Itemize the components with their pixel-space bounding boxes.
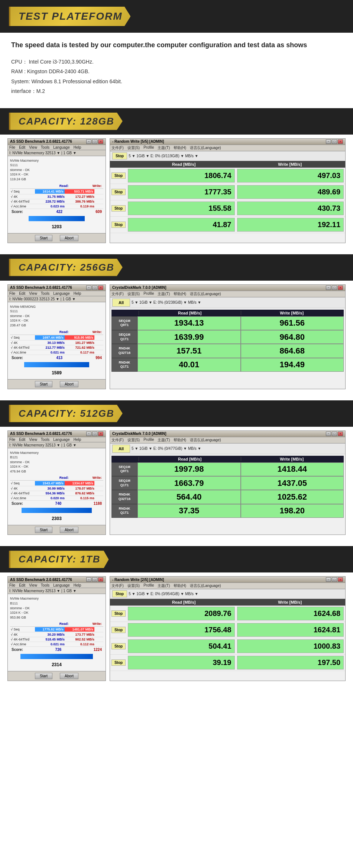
as-ssd-menu-help[interactable]: Help [74, 145, 81, 149]
rw-128gb-close-btn[interactable]: × [338, 139, 343, 144]
as-ssd-maximize-btn[interactable]: □ [92, 139, 97, 144]
as-ssd-1tb-abort-btn[interactable]: Abort [60, 673, 78, 679]
rw-128gb-top-stop-btn[interactable]: Stop [112, 152, 127, 159]
as-ssd-menu-language[interactable]: Language [53, 145, 70, 149]
crystal-512gb-maximize-btn[interactable]: □ [332, 432, 337, 436]
as-ssd-256gb-menu-help[interactable]: Help [74, 291, 81, 296]
crystal-256gb-all-btn[interactable]: All [112, 299, 130, 307]
as-ssd-512gb-menu-view[interactable]: View [29, 438, 37, 442]
as-ssd-256gb-start-btn[interactable]: Start [35, 381, 52, 387]
rw-1tb-stop-btn-1[interactable]: Stop [111, 610, 126, 617]
crystal-512gb-titlebar: CrystalDiskMark 7.0.0 [ADMIN] − □ × [110, 431, 345, 437]
as-ssd-128gb-toolbar[interactable]: I: NVMe Macmemory 32513 ▼ | 1 GB ▼ [8, 150, 106, 156]
as-ssd-512gb-menu-help[interactable]: Help [74, 438, 81, 442]
as-ssd-512gb-minimize-btn[interactable]: − [86, 432, 91, 436]
as-ssd-256gb-abort-btn[interactable]: Abort [60, 381, 78, 387]
as-ssd-256gb-menu-view[interactable]: View [29, 291, 37, 296]
as-ssd-512gb-menu-edit[interactable]: Edit [19, 438, 25, 442]
rw-128gb-minimize-btn[interactable]: − [326, 139, 331, 144]
rw-128gb-header-write: Write [MB/s] [237, 162, 343, 167]
as-ssd-minimize-btn[interactable]: − [86, 139, 91, 144]
rw-1tb-write-val-1: 1624.68 [237, 607, 344, 620]
rw-128gb-menu-lang[interactable]: 语言(L)(Language) [190, 145, 221, 151]
as-ssd-1tb-score-write: 1224 [94, 648, 102, 652]
crystal-256gb-maximize-btn[interactable]: □ [332, 285, 337, 290]
capacity-1tb-title-box: CAPACITY: 1TB [9, 551, 109, 568]
as-ssd-256gb-close-btn[interactable]: × [98, 285, 103, 290]
crystal-256gb-menu-help[interactable]: 帮助(H) [174, 291, 186, 297]
crystal-256gb-close-btn[interactable]: × [338, 285, 343, 290]
rw-128gb-stop-btn-1[interactable]: Stop [111, 172, 126, 179]
as-ssd-128gb-start-btn[interactable]: Start [35, 235, 52, 241]
as-ssd-1tb-close-btn[interactable]: × [98, 577, 103, 582]
as-ssd-512gb-menu-file[interactable]: File [9, 438, 15, 442]
as-ssd-256gb-maximize-btn[interactable]: □ [92, 285, 97, 290]
as-ssd-256gb-4k-row: √ 4K 30.13 MB/s 181.27 MB/s [10, 341, 103, 345]
rw-128gb-stop-btn-2[interactable]: Stop [111, 189, 126, 195]
as-ssd-512gb-close-btn[interactable]: × [98, 432, 103, 436]
rw-128gb-menu-profile[interactable]: Profile [143, 145, 154, 151]
rw-128gb-menu-main[interactable]: 主题(T) [158, 145, 170, 151]
rw-1tb-minimize-btn[interactable]: − [326, 577, 331, 582]
rw-128gb-menu-file[interactable]: 文件(F) [111, 145, 124, 151]
as-ssd-128gb-4k-label: √ 4K [11, 195, 35, 199]
rw-128gb-menu-settings[interactable]: 设置(S) [127, 145, 140, 151]
as-ssd-128gb-abort-btn[interactable]: Abort [60, 235, 78, 241]
as-ssd-512gb-menu-tools[interactable]: Tools [41, 438, 49, 442]
as-ssd-128gb-model: S111 [10, 163, 103, 168]
crystal-512gb-minimize-btn[interactable]: − [326, 432, 331, 436]
rw-128gb-maximize-btn[interactable]: □ [332, 139, 337, 144]
rw-1tb-top-stop-btn[interactable]: Stop [112, 590, 127, 597]
crystal-512gb-close-btn[interactable]: × [338, 432, 343, 436]
rw-1tb-stop-btn-4[interactable]: Stop [111, 659, 126, 666]
rw-1tb-panel: - Random Write [2/5] [ADMIN] − □ × 文件(F)… [110, 576, 346, 681]
rw-1tb-stop-btn-2[interactable]: Stop [111, 627, 126, 633]
as-ssd-256gb-toolbar[interactable]: I: NVMe 0000223 32513 25 ▼ | 1 GB ▼ [8, 296, 106, 302]
as-ssd-128gb-score-total: 1203 [10, 224, 103, 229]
rw-128gb-stop-btn-4[interactable]: Stop [111, 222, 126, 228]
as-ssd-256gb-menu-tools[interactable]: Tools [41, 291, 49, 296]
as-ssd-512gb-abort-btn[interactable]: Abort [60, 527, 78, 533]
as-ssd-512gb-toolbar[interactable]: I: NVMe Macmemory 32513 ▼ | 1 GB ▼ [8, 442, 106, 448]
as-ssd-128gb-size: 119.24 GB [10, 177, 103, 182]
as-ssd-512gb-info: NVMe Macmemory B121 stomme - OK 1024 K -… [10, 451, 103, 474]
rw-128gb-stop-btn-3[interactable]: Stop [111, 205, 126, 212]
as-ssd-menu-tools[interactable]: Tools [41, 145, 49, 149]
as-ssd-1tb-start-btn[interactable]: Start [35, 673, 52, 679]
as-ssd-512gb-start-btn[interactable]: Start [35, 527, 52, 533]
crystal-256gb-minimize-btn[interactable]: − [326, 285, 331, 290]
crystal-256gb-menu-main[interactable]: 主题(T) [158, 291, 170, 297]
as-ssd-256gb-menu-edit[interactable]: Edit [19, 291, 25, 296]
rw-128gb-write-val-4: 192.11 [237, 218, 344, 232]
as-ssd-512gb-menu-language[interactable]: Language [53, 438, 70, 442]
as-ssd-256gb-menu-language[interactable]: Language [53, 291, 70, 296]
as-ssd-menu-edit[interactable]: Edit [19, 145, 25, 149]
rw-1tb-close-btn[interactable]: × [338, 577, 343, 582]
as-ssd-128gb-status1: stomme - OK [10, 168, 103, 172]
as-ssd-256gb-menu-file[interactable]: File [9, 291, 15, 296]
spec-system: System: Windows 8.1 Professional edition… [11, 77, 342, 85]
rw-1tb-stop-btn-3[interactable]: Stop [111, 643, 126, 649]
crystal-256gb-menu: 文件(F) 设置(S) Profile 主题(T) 帮助(H) 语言(L)(La… [110, 291, 345, 297]
as-ssd-close-btn[interactable]: × [98, 139, 103, 144]
as-ssd-menu-file[interactable]: File [9, 145, 15, 149]
rw-1tb-maximize-btn[interactable]: □ [332, 577, 337, 582]
rw-1tb-read-val-3: 504.41 [128, 639, 235, 653]
as-ssd-512gb-buttons: Start Abort [8, 525, 106, 535]
as-ssd-512gb-maximize-btn[interactable]: □ [92, 432, 97, 436]
rw-128gb-read-val-2: 1777.35 [128, 185, 235, 199]
crystal-256gb-menu-profile[interactable]: Profile [143, 291, 154, 297]
as-ssd-512gb-win-buttons: − □ × [86, 432, 103, 436]
as-ssd-256gb-minimize-btn[interactable]: − [86, 285, 91, 290]
crystal-512gb-row-2: SEQ1MQ1T1 1663.79 1437.05 [111, 476, 344, 490]
crystal-256gb-menu-file[interactable]: 文件(F) [111, 291, 124, 297]
as-ssd-1tb-minimize-btn[interactable]: − [86, 577, 91, 582]
crystal-256gb-menu-settings[interactable]: 设置(S) [127, 291, 140, 297]
crystal-256gb-menu-lang[interactable]: 语言(L)(Language) [190, 291, 221, 297]
as-ssd-1tb-toolbar[interactable]: I: NVMe Macmemory 32513 ▼ | 1 GB ▼ [8, 588, 106, 594]
crystal-256gb-toolbar: All 5 ▼ 1GiB ▼ E: 0% (0/238GiB) ▼ MB/s ▼ [110, 297, 345, 308]
crystal-512gb-all-btn[interactable]: All [112, 445, 130, 453]
as-ssd-menu-view[interactable]: View [29, 145, 37, 149]
as-ssd-1tb-maximize-btn[interactable]: □ [92, 577, 97, 582]
rw-128gb-menu-help[interactable]: 帮助(H) [174, 145, 186, 151]
